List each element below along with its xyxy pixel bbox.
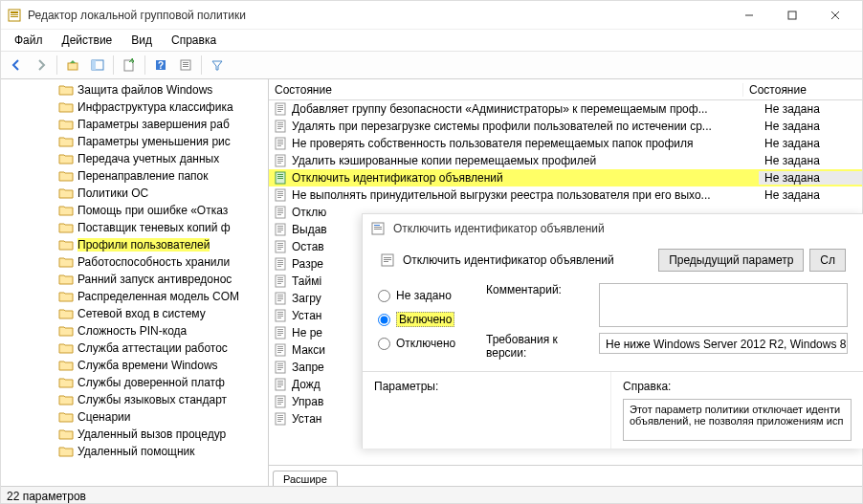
tree-item[interactable]: Работоспособность хранили [58, 253, 269, 271]
comment-textarea[interactable] [599, 283, 848, 327]
list-row[interactable]: Удалить кэшированные копии перемещаемых … [269, 152, 862, 169]
policy-item-icon [273, 222, 288, 237]
svg-rect-119 [384, 261, 388, 262]
svg-rect-46 [277, 197, 281, 198]
policy-item-icon [273, 342, 288, 358]
tree-item[interactable]: Удаленный помощник [58, 443, 269, 460]
col-header-state[interactable]: Состояние [743, 83, 847, 97]
svg-rect-86 [277, 335, 281, 336]
list-item-state: Не задана [759, 171, 862, 185]
svg-rect-54 [277, 228, 283, 229]
tab-extended[interactable]: Расшире [273, 471, 338, 486]
list-item-state: Не задана [759, 102, 862, 116]
svg-rect-115 [374, 229, 382, 230]
policy-item-icon [273, 170, 288, 186]
tree-item[interactable]: Распределенная модель COM [58, 288, 269, 305]
tree-item[interactable]: Перенаправление папок [58, 167, 269, 185]
folder-icon [58, 358, 74, 373]
radio-enabled[interactable]: Включено [378, 312, 471, 327]
svg-rect-85 [277, 333, 283, 334]
tree-item-label: Перенаправление папок [77, 169, 209, 183]
folder-icon [58, 151, 74, 166]
tree-item[interactable]: Служба времени Windows [58, 357, 269, 374]
tree-item[interactable]: Служба аттестации работос [58, 340, 269, 357]
col-header-name[interactable]: Состояние [269, 83, 743, 97]
list-row[interactable]: Удалять при перезагрузке системы профили… [269, 118, 862, 135]
svg-rect-91 [277, 352, 281, 353]
list-item-name: Добавляет группу безопасности «Администр… [292, 102, 708, 116]
back-button[interactable] [5, 54, 28, 77]
svg-rect-99 [277, 383, 283, 383]
export-button[interactable] [118, 54, 141, 77]
minimize-button[interactable] [727, 2, 770, 29]
list-row[interactable]: Добавляет группу безопасности «Администр… [269, 100, 862, 118]
svg-rect-79 [277, 314, 283, 315]
menu-help[interactable]: Справка [164, 32, 224, 49]
list-item-state: Не задана [759, 137, 862, 150]
tree-item[interactable]: Политики ОС [58, 185, 269, 202]
folder-icon [58, 82, 74, 98]
menu-view[interactable]: Вид [123, 32, 160, 49]
tree-item-label: Служба времени Windows [77, 359, 218, 372]
folder-icon [58, 392, 74, 407]
show-hide-tree-button[interactable] [86, 54, 109, 77]
svg-rect-25 [277, 124, 283, 125]
tree-item-label: Профили пользователей [77, 238, 210, 252]
tree-item[interactable]: Службы языковых стандарт [58, 391, 269, 408]
window-controls [727, 2, 856, 29]
menu-action[interactable]: Действие [55, 32, 121, 49]
tree-item[interactable]: Профили пользователей [58, 236, 269, 253]
policy-item-icon [273, 136, 288, 151]
svg-rect-83 [277, 329, 283, 330]
tree-item[interactable]: Удаленный вызов процедур [58, 426, 269, 443]
tree-item[interactable]: Помощь при ошибке «Отказ [58, 202, 269, 219]
tree-item-label: Удаленный вызов процедур [77, 427, 226, 441]
tree-item[interactable]: Поставщик теневых копий ф [58, 219, 269, 236]
dialog-titlebar: Отключить идентификатор объявлений [363, 214, 863, 243]
tree-item[interactable]: Сетевой вход в систему [58, 305, 269, 322]
policy-item-icon [273, 274, 288, 289]
tree-item[interactable]: Защита файлов Windows [58, 81, 269, 99]
radio-disabled[interactable]: Отключено [378, 337, 471, 350]
tree-item[interactable]: Передача учетных данных [58, 150, 269, 167]
list-row[interactable]: Не проверять собственность пользователя … [269, 135, 862, 152]
folder-icon [58, 323, 74, 339]
menu-file[interactable]: Файл [7, 32, 51, 49]
policy-item-icon [273, 308, 288, 323]
tree-item[interactable]: Инфраструктура классифика [58, 99, 269, 116]
tree-item[interactable]: Ранний запуск антивредонос [58, 271, 269, 288]
status-text: 22 параметров [7, 490, 86, 503]
svg-rect-37 [277, 163, 281, 164]
previous-setting-button[interactable]: Предыдущий параметр [658, 249, 804, 272]
tree-item-label: Удаленный помощник [77, 445, 195, 458]
tree-item[interactable]: Сценарии [58, 408, 269, 426]
svg-rect-56 [277, 231, 281, 232]
policy-icon [370, 221, 386, 236]
maximize-button[interactable] [770, 2, 813, 29]
forward-button[interactable] [30, 54, 53, 77]
radio-not-configured[interactable]: Не задано [378, 289, 471, 302]
filter-icon[interactable] [206, 54, 229, 77]
requirements-box: Не ниже Windows Server 2012 R2, Windows … [599, 333, 848, 354]
list-row[interactable]: Не выполнять принудительной выгрузки рее… [269, 186, 862, 204]
svg-rect-26 [277, 126, 283, 127]
folder-icon [58, 237, 74, 252]
svg-rect-17 [183, 66, 188, 67]
svg-rect-43 [277, 191, 283, 192]
up-button[interactable] [61, 54, 84, 77]
help-icon[interactable]: ? [149, 54, 172, 77]
svg-rect-105 [277, 402, 283, 403]
tree-item[interactable]: Службы доверенной платф [58, 374, 269, 391]
list-row[interactable]: Отключить идентификатор объявленийНе зад… [269, 169, 862, 186]
close-button[interactable] [813, 2, 856, 29]
policy-item-icon [273, 377, 288, 392]
svg-rect-3 [11, 16, 18, 17]
tree-pane[interactable]: Защита файлов WindowsИнфраструктура клас… [1, 79, 269, 486]
tree-item[interactable]: Параметры завершения раб [58, 116, 269, 133]
next-setting-button[interactable]: Сл [809, 249, 846, 272]
tree-item[interactable]: Сложность PIN-кода [58, 322, 269, 340]
tree-item-label: Помощь при ошибке «Отказ [77, 204, 228, 217]
tree-item[interactable]: Параметры уменьшения рис [58, 133, 269, 150]
properties-button[interactable] [174, 54, 197, 77]
svg-rect-68 [277, 277, 283, 278]
